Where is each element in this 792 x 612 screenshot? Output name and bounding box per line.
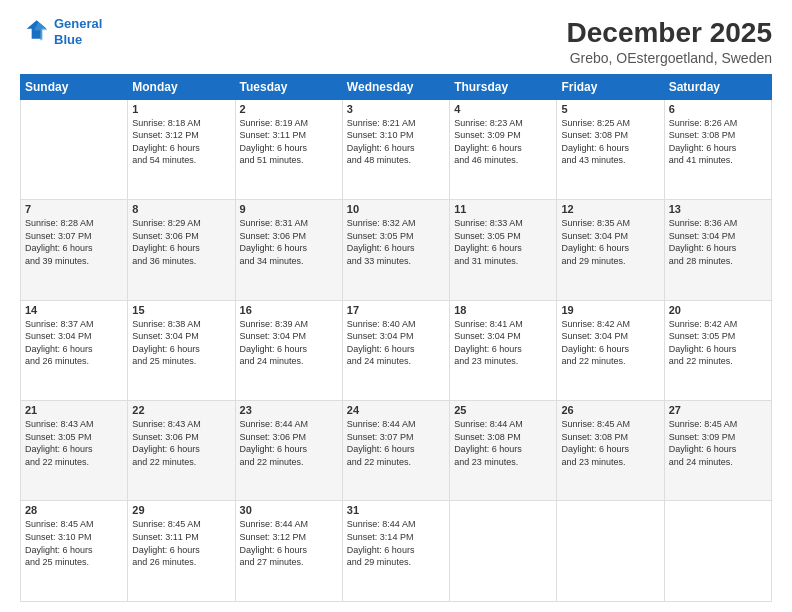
calendar-cell: 5Sunrise: 8:25 AM Sunset: 3:08 PM Daylig… [557,99,664,199]
day-number: 6 [669,103,767,115]
col-thursday: Thursday [450,74,557,99]
calendar-cell: 17Sunrise: 8:40 AM Sunset: 3:04 PM Dayli… [342,300,449,400]
calendar-cell: 22Sunrise: 8:43 AM Sunset: 3:06 PM Dayli… [128,401,235,501]
day-number: 22 [132,404,230,416]
day-number: 20 [669,304,767,316]
calendar-cell: 16Sunrise: 8:39 AM Sunset: 3:04 PM Dayli… [235,300,342,400]
day-number: 12 [561,203,659,215]
calendar-cell [450,501,557,602]
day-number: 4 [454,103,552,115]
calendar-cell: 14Sunrise: 8:37 AM Sunset: 3:04 PM Dayli… [21,300,128,400]
calendar-cell: 21Sunrise: 8:43 AM Sunset: 3:05 PM Dayli… [21,401,128,501]
day-number: 18 [454,304,552,316]
calendar-cell: 6Sunrise: 8:26 AM Sunset: 3:08 PM Daylig… [664,99,771,199]
col-sunday: Sunday [21,74,128,99]
calendar-cell: 12Sunrise: 8:35 AM Sunset: 3:04 PM Dayli… [557,200,664,300]
day-number: 15 [132,304,230,316]
day-info: Sunrise: 8:42 AM Sunset: 3:04 PM Dayligh… [561,318,659,368]
calendar-cell: 20Sunrise: 8:42 AM Sunset: 3:05 PM Dayli… [664,300,771,400]
day-info: Sunrise: 8:43 AM Sunset: 3:06 PM Dayligh… [132,418,230,468]
day-info: Sunrise: 8:35 AM Sunset: 3:04 PM Dayligh… [561,217,659,267]
title-block: December 2025 Grebo, OEstergoetland, Swe… [567,16,772,66]
calendar-cell: 10Sunrise: 8:32 AM Sunset: 3:05 PM Dayli… [342,200,449,300]
day-info: Sunrise: 8:28 AM Sunset: 3:07 PM Dayligh… [25,217,123,267]
day-info: Sunrise: 8:32 AM Sunset: 3:05 PM Dayligh… [347,217,445,267]
day-number: 2 [240,103,338,115]
col-friday: Friday [557,74,664,99]
day-info: Sunrise: 8:45 AM Sunset: 3:11 PM Dayligh… [132,518,230,568]
day-info: Sunrise: 8:44 AM Sunset: 3:12 PM Dayligh… [240,518,338,568]
subtitle: Grebo, OEstergoetland, Sweden [567,50,772,66]
calendar-cell: 11Sunrise: 8:33 AM Sunset: 3:05 PM Dayli… [450,200,557,300]
calendar-cell: 18Sunrise: 8:41 AM Sunset: 3:04 PM Dayli… [450,300,557,400]
day-info: Sunrise: 8:23 AM Sunset: 3:09 PM Dayligh… [454,117,552,167]
calendar-cell: 26Sunrise: 8:45 AM Sunset: 3:08 PM Dayli… [557,401,664,501]
calendar-cell: 2Sunrise: 8:19 AM Sunset: 3:11 PM Daylig… [235,99,342,199]
day-info: Sunrise: 8:45 AM Sunset: 3:09 PM Dayligh… [669,418,767,468]
page: General Blue December 2025 Grebo, OEster… [0,0,792,612]
day-info: Sunrise: 8:44 AM Sunset: 3:14 PM Dayligh… [347,518,445,568]
calendar-week-row: 1Sunrise: 8:18 AM Sunset: 3:12 PM Daylig… [21,99,772,199]
day-info: Sunrise: 8:45 AM Sunset: 3:10 PM Dayligh… [25,518,123,568]
day-number: 26 [561,404,659,416]
day-number: 24 [347,404,445,416]
day-info: Sunrise: 8:42 AM Sunset: 3:05 PM Dayligh… [669,318,767,368]
calendar-cell [557,501,664,602]
day-number: 7 [25,203,123,215]
calendar-cell: 25Sunrise: 8:44 AM Sunset: 3:08 PM Dayli… [450,401,557,501]
day-number: 30 [240,504,338,516]
calendar-cell: 23Sunrise: 8:44 AM Sunset: 3:06 PM Dayli… [235,401,342,501]
calendar-cell: 27Sunrise: 8:45 AM Sunset: 3:09 PM Dayli… [664,401,771,501]
calendar-week-row: 21Sunrise: 8:43 AM Sunset: 3:05 PM Dayli… [21,401,772,501]
logo-blue: Blue [54,32,82,47]
calendar-cell: 8Sunrise: 8:29 AM Sunset: 3:06 PM Daylig… [128,200,235,300]
day-number: 21 [25,404,123,416]
day-number: 23 [240,404,338,416]
calendar-week-row: 7Sunrise: 8:28 AM Sunset: 3:07 PM Daylig… [21,200,772,300]
header: General Blue December 2025 Grebo, OEster… [20,16,772,66]
day-number: 3 [347,103,445,115]
calendar-cell: 19Sunrise: 8:42 AM Sunset: 3:04 PM Dayli… [557,300,664,400]
day-info: Sunrise: 8:38 AM Sunset: 3:04 PM Dayligh… [132,318,230,368]
day-info: Sunrise: 8:41 AM Sunset: 3:04 PM Dayligh… [454,318,552,368]
calendar-cell: 3Sunrise: 8:21 AM Sunset: 3:10 PM Daylig… [342,99,449,199]
calendar-header-row: Sunday Monday Tuesday Wednesday Thursday… [21,74,772,99]
calendar-cell [664,501,771,602]
day-number: 13 [669,203,767,215]
day-info: Sunrise: 8:43 AM Sunset: 3:05 PM Dayligh… [25,418,123,468]
main-title: December 2025 [567,16,772,50]
day-number: 11 [454,203,552,215]
logo-icon [20,17,50,47]
calendar-week-row: 28Sunrise: 8:45 AM Sunset: 3:10 PM Dayli… [21,501,772,602]
calendar-cell: 24Sunrise: 8:44 AM Sunset: 3:07 PM Dayli… [342,401,449,501]
day-number: 29 [132,504,230,516]
day-info: Sunrise: 8:44 AM Sunset: 3:08 PM Dayligh… [454,418,552,468]
day-number: 8 [132,203,230,215]
col-wednesday: Wednesday [342,74,449,99]
day-info: Sunrise: 8:26 AM Sunset: 3:08 PM Dayligh… [669,117,767,167]
day-info: Sunrise: 8:44 AM Sunset: 3:06 PM Dayligh… [240,418,338,468]
day-info: Sunrise: 8:25 AM Sunset: 3:08 PM Dayligh… [561,117,659,167]
calendar-cell: 9Sunrise: 8:31 AM Sunset: 3:06 PM Daylig… [235,200,342,300]
day-info: Sunrise: 8:19 AM Sunset: 3:11 PM Dayligh… [240,117,338,167]
calendar-cell: 4Sunrise: 8:23 AM Sunset: 3:09 PM Daylig… [450,99,557,199]
calendar-cell: 31Sunrise: 8:44 AM Sunset: 3:14 PM Dayli… [342,501,449,602]
calendar-cell: 13Sunrise: 8:36 AM Sunset: 3:04 PM Dayli… [664,200,771,300]
calendar-cell: 29Sunrise: 8:45 AM Sunset: 3:11 PM Dayli… [128,501,235,602]
calendar-cell: 7Sunrise: 8:28 AM Sunset: 3:07 PM Daylig… [21,200,128,300]
day-number: 25 [454,404,552,416]
day-number: 10 [347,203,445,215]
col-tuesday: Tuesday [235,74,342,99]
day-number: 16 [240,304,338,316]
day-info: Sunrise: 8:18 AM Sunset: 3:12 PM Dayligh… [132,117,230,167]
day-info: Sunrise: 8:45 AM Sunset: 3:08 PM Dayligh… [561,418,659,468]
calendar-week-row: 14Sunrise: 8:37 AM Sunset: 3:04 PM Dayli… [21,300,772,400]
day-info: Sunrise: 8:44 AM Sunset: 3:07 PM Dayligh… [347,418,445,468]
calendar-cell [21,99,128,199]
day-number: 19 [561,304,659,316]
day-number: 14 [25,304,123,316]
day-number: 1 [132,103,230,115]
day-number: 9 [240,203,338,215]
day-info: Sunrise: 8:36 AM Sunset: 3:04 PM Dayligh… [669,217,767,267]
day-number: 17 [347,304,445,316]
